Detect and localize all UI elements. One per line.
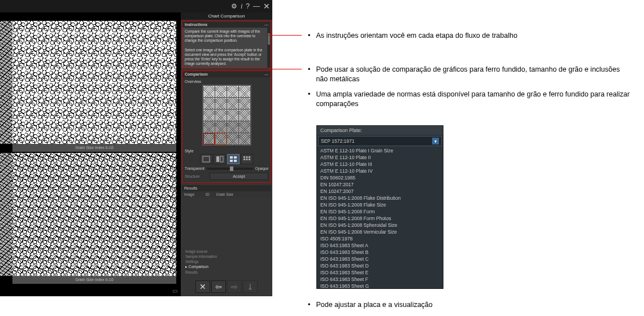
dropdown-item[interactable]: ISO 643:1983 Sheet C	[317, 256, 443, 262]
svg-rect-2	[220, 156, 223, 162]
dropdown-item[interactable]: ISO 643:1983 Sheet D	[317, 262, 443, 269]
dropdown-list[interactable]: ASTM E 112-10 Plate I Grain SizeASTM E 1…	[317, 147, 443, 288]
comparison-highlight: Comparison Overview Style	[182, 71, 271, 183]
dropdown-item[interactable]: ASTM E 112-10 Plate III	[317, 161, 443, 168]
cancel-button[interactable]: ✕	[195, 280, 210, 293]
plate-cell[interactable]	[239, 133, 250, 144]
scrollbar[interactable]	[267, 28, 271, 68]
instructions-line-2: Select one image of the comparison plate…	[185, 48, 262, 65]
nav-sample-info[interactable]: Sample information	[185, 254, 268, 259]
callout-line-2	[268, 69, 302, 69]
col-id: ID	[206, 192, 210, 196]
nav-comparison-active[interactable]: Comparison	[185, 264, 268, 270]
style-btn-3-active[interactable]	[227, 154, 240, 164]
style-btn-4[interactable]	[241, 154, 253, 164]
plate-cell[interactable]	[227, 121, 238, 133]
svg-rect-10	[243, 159, 245, 160]
image-caption-1: Grain Size index 6-10	[12, 144, 176, 152]
plate-cell[interactable]	[227, 86, 238, 97]
dropdown-item[interactable]: EN ISO 945-1:2008 Flake Size	[317, 201, 443, 208]
help-icon[interactable]: ?	[246, 2, 250, 10]
dropdown-item[interactable]: EN ISO 945-1:2008 Vermicular Size	[317, 229, 443, 235]
dropdown-item[interactable]: ISO 643:1983 Sheet E	[317, 269, 443, 276]
col-image: Image	[184, 192, 194, 196]
workflow-nav: Image source Sample information Settings…	[183, 247, 270, 277]
results-section: Results Image ID Grain Size Image source…	[182, 185, 271, 295]
dropdown-item[interactable]: EN 10247:2017	[317, 181, 443, 188]
dropdown-item[interactable]: ISO 4505:1978	[317, 235, 443, 242]
nav-results[interactable]: Results	[185, 270, 268, 275]
dropdown-item[interactable]: ASTM E 112-10 Plate IV	[317, 168, 443, 174]
titlebar: ⚙ i ? — ✕	[0, 0, 272, 12]
svg-rect-11	[246, 159, 248, 160]
plate-cell[interactable]	[215, 86, 227, 97]
dropdown-item[interactable]: ISO 643:1983 Sheet G	[317, 283, 443, 288]
plate-cell[interactable]	[239, 98, 250, 109]
plate-cell[interactable]	[203, 121, 215, 133]
close-icon[interactable]: ✕	[263, 2, 270, 11]
nav-settings[interactable]: Settings	[185, 259, 268, 264]
plate-cell[interactable]	[227, 133, 238, 144]
finish-button[interactable]: ⤓	[243, 280, 258, 293]
dropdown-item[interactable]: ISO 643:1983 Sheet B	[317, 249, 443, 256]
comparison-plate-dropdown: Comparison Plate: SEP 1572:1971 ▼ ASTM E…	[316, 125, 443, 289]
accept-button[interactable]: Accept	[210, 173, 268, 180]
info-icon[interactable]: i	[241, 2, 242, 11]
instructions-header[interactable]: Instructions	[182, 21, 271, 28]
dropdown-item[interactable]: ISO 643:1983 Sheet F	[317, 276, 443, 283]
style-buttons	[185, 154, 268, 164]
micrograph-2[interactable]: Grain Size index 6-10	[12, 153, 176, 284]
side-panel: Chart Comparison Instructions Compare th…	[181, 12, 272, 296]
dropdown-item[interactable]: EN ISO 945-1:2008 Form	[317, 208, 443, 215]
svg-rect-12	[249, 159, 250, 160]
dropdown-item[interactable]: EN ISO 945-1:2008 Flake Distribution	[317, 195, 443, 201]
comparison-header[interactable]: Comparison	[182, 71, 271, 77]
dropdown-item[interactable]: EN 10247:2007	[317, 188, 443, 195]
plate-cell[interactable]	[239, 121, 250, 133]
comparison-plate-grid[interactable]	[202, 85, 251, 146]
chevron-down-icon[interactable]: ▼	[432, 138, 439, 144]
viewer-toolbar-icon[interactable]: ▭	[172, 288, 177, 294]
bullet-1: As instruções orientam você em cada etap…	[308, 31, 624, 41]
dropdown-item[interactable]: DIN 50602:1985	[317, 174, 443, 181]
gear-icon[interactable]: ⚙	[231, 2, 237, 10]
grain-texture	[12, 21, 176, 144]
plate-cell[interactable]	[227, 98, 238, 109]
minimize-icon[interactable]: —	[253, 2, 260, 10]
plate-cell[interactable]	[203, 98, 215, 109]
annotations: As instruções orientam você em cada etap…	[308, 31, 624, 46]
svg-rect-0	[203, 156, 210, 162]
nav-image-source[interactable]: Image source	[185, 249, 268, 254]
opacity-slider[interactable]	[207, 168, 253, 170]
svg-rect-8	[246, 156, 248, 158]
dropdown-item[interactable]: EN ISO 945-1:2008 Form Photos	[317, 215, 443, 222]
dropdown-item[interactable]: ASTM E 112-10 Plate II	[317, 154, 443, 161]
dropdown-item[interactable]: ISO 643:1983 Sheet A	[317, 242, 443, 249]
plate-cell[interactable]	[203, 86, 215, 97]
instructions-highlight: Instructions Compare the current image w…	[182, 21, 271, 68]
instructions-text: Compare the current image with images of…	[182, 28, 271, 68]
plate-cell[interactable]	[215, 121, 227, 133]
plate-cell[interactable]	[239, 86, 250, 97]
plate-cell[interactable]	[227, 109, 238, 121]
style-btn-2[interactable]	[214, 154, 226, 164]
forward-button[interactable]: ⇨	[227, 280, 242, 293]
plate-cell[interactable]	[215, 98, 227, 109]
dropdown-item[interactable]: ASTM E 112-10 Plate I Grain Size	[317, 147, 443, 154]
micrograph-1[interactable]: Grain Size index 6-10	[12, 21, 176, 152]
plate-cell-selected[interactable]	[203, 133, 215, 144]
plate-cell[interactable]	[215, 109, 227, 121]
annotations: Pode ajustar a placa e a visualização	[308, 300, 624, 315]
transparent-label: Transparent	[185, 166, 204, 170]
results-header[interactable]: Results	[182, 185, 271, 191]
grain-texture	[12, 153, 176, 276]
back-button[interactable]: ⇦	[211, 280, 226, 293]
instructions-line-1: Compare the current image with images of…	[185, 29, 260, 42]
plate-cell-current[interactable]	[215, 133, 227, 144]
style-btn-1[interactable]	[200, 154, 212, 164]
plate-cell[interactable]	[203, 109, 215, 121]
style-label: Style	[185, 149, 268, 153]
dropdown-selected[interactable]: SEP 1572:1971 ▼	[318, 136, 442, 146]
plate-cell[interactable]	[239, 109, 250, 121]
dropdown-item[interactable]: EN ISO 945-1:2008 Spheroidal Size	[317, 222, 443, 229]
